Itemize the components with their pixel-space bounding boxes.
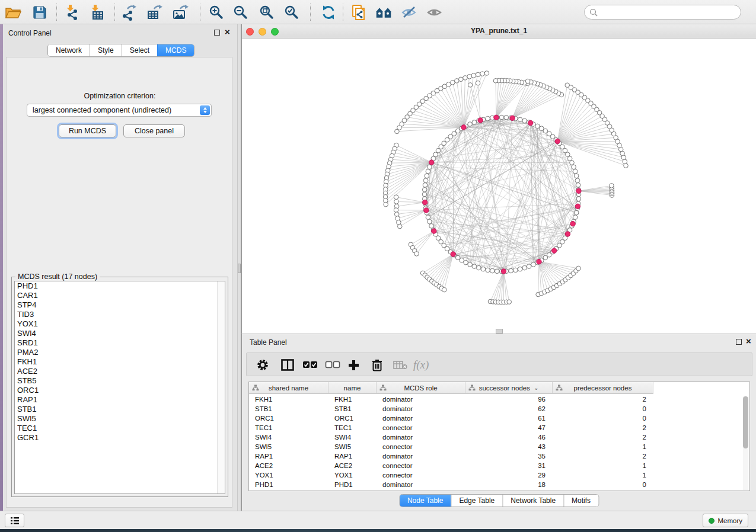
table-cell[interactable]: ORC1 [249, 414, 328, 423]
table-cell[interactable]: STB1 [328, 404, 377, 414]
table-cell[interactable]: dominator [377, 395, 465, 404]
zoom-in-icon[interactable] [208, 4, 225, 21]
table-cell[interactable]: 0 [553, 404, 653, 414]
table-cell[interactable]: YOX1 [249, 470, 328, 480]
mcds-result-item[interactable]: PHD1 [15, 281, 225, 291]
memory-button[interactable]: Memory [703, 514, 748, 527]
mcds-result-item[interactable]: ACE2 [15, 367, 225, 376]
table-cell[interactable]: SWI4 [328, 432, 377, 442]
network-node[interactable] [476, 81, 480, 85]
table-cell[interactable]: ACE2 [328, 461, 377, 470]
column-header-MCDS-role[interactable]: MCDS role [377, 382, 465, 394]
mcds-result-item[interactable]: ORC1 [15, 386, 225, 395]
network-node[interactable] [525, 79, 530, 84]
table-row[interactable]: PHD1PHD1dominator180 [249, 480, 749, 489]
network-node[interactable] [567, 156, 572, 161]
table-cell[interactable]: 2 [553, 395, 653, 404]
network-node[interactable] [570, 161, 575, 165]
column-chooser-icon[interactable] [281, 358, 294, 372]
mcds-result-item[interactable]: YOX1 [15, 319, 225, 329]
network-mcds-node[interactable] [576, 188, 581, 193]
column-header-predecessor-nodes[interactable]: predecessor nodes [553, 382, 653, 394]
network-node[interactable] [428, 219, 432, 224]
tab-select[interactable]: Select [122, 44, 157, 56]
list-scrollbar[interactable] [217, 281, 225, 493]
table-cell[interactable]: connector [377, 461, 465, 470]
network-mcds-node[interactable] [494, 115, 499, 120]
options-gear-icon[interactable] [256, 358, 269, 372]
network-node[interactable] [471, 73, 476, 78]
run-mcds-button[interactable]: Run MCDS [59, 124, 116, 137]
table-cell[interactable]: connector [377, 470, 465, 480]
export-table-icon[interactable] [146, 4, 162, 21]
network-node[interactable] [476, 72, 480, 77]
network-node[interactable] [486, 268, 490, 273]
mcds-result-item[interactable]: CAR1 [15, 291, 225, 300]
zoom-selected-icon[interactable] [283, 4, 300, 21]
float-window-icon[interactable] [214, 30, 220, 36]
tab-network-table[interactable]: Network Table [502, 495, 563, 507]
import-network-icon[interactable] [63, 4, 79, 21]
mcds-result-item[interactable]: TID3 [15, 310, 225, 319]
column-header-successor-nodes[interactable]: successor nodes⌄ [465, 382, 553, 394]
table-cell[interactable]: SWI4 [249, 432, 328, 442]
close-panel-icon[interactable]: × [746, 335, 751, 347]
network-node[interactable] [531, 262, 536, 267]
table-row[interactable]: RAP1RAP1dominator352 [249, 451, 749, 461]
table-cell[interactable]: FKH1 [249, 395, 328, 404]
tab-edge-table[interactable]: Edge Table [451, 495, 502, 507]
network-node[interactable] [493, 79, 498, 84]
network-mcds-node[interactable] [575, 204, 580, 209]
table-row[interactable]: SWI5SWI5connector431 [249, 442, 749, 451]
network-node[interactable] [384, 202, 388, 207]
optimization-select[interactable]: largest connected component (undirected) [27, 104, 212, 117]
close-panel-icon[interactable]: × [225, 26, 230, 38]
network-node[interactable] [468, 122, 473, 127]
network-node[interactable] [574, 174, 579, 178]
table-cell[interactable]: TEC1 [328, 423, 377, 432]
mcds-result-item[interactable]: STB1 [15, 405, 225, 414]
open-file-icon[interactable] [5, 4, 21, 21]
tab-mcds[interactable]: MCDS [157, 44, 194, 56]
network-window-titlebar[interactable]: YPA_prune.txt_1 [242, 24, 756, 39]
import-table-icon[interactable] [88, 4, 105, 21]
network-node[interactable] [468, 262, 473, 267]
table-row[interactable]: YOX1YOX1connector291 [249, 470, 749, 480]
add-column-icon[interactable] [348, 358, 359, 372]
mcds-result-list[interactable]: PHD1CAR1STP4TID3YOX1SWI4SRD1PMA2FKH1ACE2… [14, 281, 225, 494]
network-node[interactable] [522, 118, 527, 123]
network-mcds-node[interactable] [461, 125, 466, 130]
table-cell[interactable]: 47 [465, 423, 553, 432]
network-mcds-node[interactable] [451, 252, 455, 257]
network-node[interactable] [422, 192, 427, 197]
table-cell[interactable]: 0 [553, 480, 653, 489]
table-cell[interactable]: 61 [465, 414, 553, 423]
network-node[interactable] [429, 224, 434, 229]
network-mcds-node[interactable] [570, 222, 575, 226]
table-cell[interactable]: TEC1 [249, 423, 328, 432]
mcds-result-item[interactable]: TEC1 [15, 424, 225, 433]
tab-node-table[interactable]: Node Table [400, 495, 451, 507]
network-node[interactable] [565, 83, 570, 88]
network-node[interactable] [428, 165, 432, 169]
table-cell[interactable]: 31 [465, 461, 553, 470]
network-node[interactable] [573, 169, 578, 174]
column-header-name[interactable]: name [328, 382, 377, 394]
table-cell[interactable]: ORC1 [328, 414, 377, 423]
network-node[interactable] [423, 183, 428, 188]
export-network-icon[interactable] [120, 4, 137, 21]
network-node[interactable] [394, 208, 398, 213]
table-cell[interactable]: 29 [465, 470, 553, 480]
mcds-result-item[interactable]: SWI5 [15, 414, 225, 424]
network-node[interactable] [394, 195, 398, 200]
table-cell[interactable]: 46 [465, 432, 553, 442]
network-node[interactable] [464, 260, 468, 265]
network-mcds-node[interactable] [424, 208, 429, 213]
zoom-out-icon[interactable] [232, 4, 249, 21]
task-history-button[interactable] [5, 514, 24, 527]
network-node[interactable] [468, 83, 473, 88]
table-cell[interactable]: YOX1 [328, 470, 377, 480]
float-window-icon[interactable] [736, 339, 742, 345]
network-node[interactable] [535, 124, 540, 129]
table-row[interactable]: FKH1FKH1dominator962 [249, 395, 749, 404]
